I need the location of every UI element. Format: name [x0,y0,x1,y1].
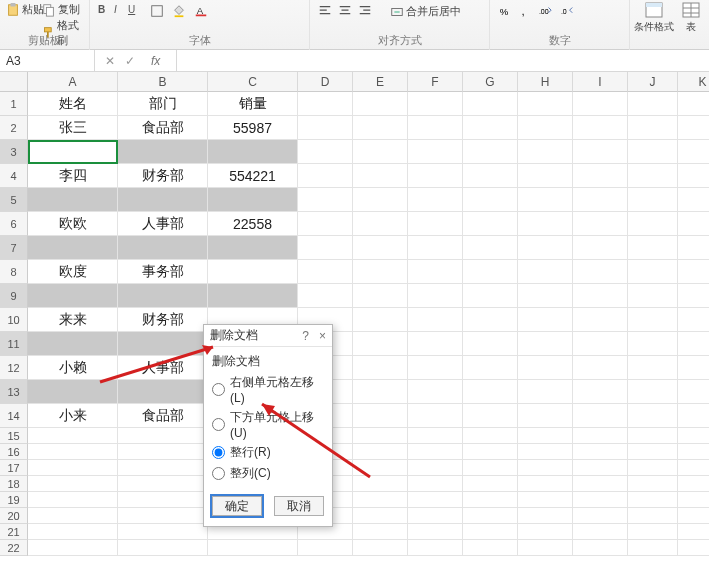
table-format-button[interactable]: 表 [682,2,700,34]
cell-I15[interactable] [573,428,628,444]
cell-K12[interactable] [678,356,709,380]
cell-A5[interactable] [28,188,118,212]
fx-label[interactable]: fx [145,52,166,70]
cell-I17[interactable] [573,460,628,476]
cell-K22[interactable] [678,540,709,556]
cell-F4[interactable] [408,164,463,188]
cell-D2[interactable] [298,116,353,140]
cell-A13[interactable] [28,380,118,404]
cell-F19[interactable] [408,492,463,508]
cell-I2[interactable] [573,116,628,140]
cell-F22[interactable] [408,540,463,556]
cell-A9[interactable] [28,284,118,308]
cell-G4[interactable] [463,164,518,188]
cell-E11[interactable] [353,332,408,356]
cell-J1[interactable] [628,92,678,116]
cell-G22[interactable] [463,540,518,556]
column-header-A[interactable]: A [28,72,118,92]
cell-H14[interactable] [518,404,573,428]
column-header-G[interactable]: G [463,72,518,92]
cell-C1[interactable]: 销量 [208,92,298,116]
cell-K7[interactable] [678,236,709,260]
cell-B18[interactable] [118,476,208,492]
name-box[interactable]: A3 [0,50,95,71]
cell-K10[interactable] [678,308,709,332]
cell-C5[interactable] [208,188,298,212]
cell-E19[interactable] [353,492,408,508]
cell-H9[interactable] [518,284,573,308]
cell-E6[interactable] [353,212,408,236]
row-header-11[interactable]: 11 [0,332,28,356]
cell-I12[interactable] [573,356,628,380]
row-header-10[interactable]: 10 [0,308,28,332]
cell-I1[interactable] [573,92,628,116]
cell-J5[interactable] [628,188,678,212]
cell-E18[interactable] [353,476,408,492]
column-header-F[interactable]: F [408,72,463,92]
cell-D7[interactable] [298,236,353,260]
row-header-7[interactable]: 7 [0,236,28,260]
cell-G18[interactable] [463,476,518,492]
column-header-C[interactable]: C [208,72,298,92]
cell-B11[interactable] [118,332,208,356]
cell-H3[interactable] [518,140,573,164]
cell-F16[interactable] [408,444,463,460]
cell-K8[interactable] [678,260,709,284]
radio-shift-left[interactable] [212,383,225,396]
cell-A22[interactable] [28,540,118,556]
option-shift-left[interactable]: 右侧单元格左移(L) [212,374,324,405]
cell-H1[interactable] [518,92,573,116]
cell-G5[interactable] [463,188,518,212]
cell-B14[interactable]: 食品部 [118,404,208,428]
row-header-14[interactable]: 14 [0,404,28,428]
cell-J8[interactable] [628,260,678,284]
column-header-E[interactable]: E [353,72,408,92]
ok-button[interactable]: 确定 [212,496,262,516]
cell-B6[interactable]: 人事部 [118,212,208,236]
cell-E20[interactable] [353,508,408,524]
cell-G14[interactable] [463,404,518,428]
cell-A7[interactable] [28,236,118,260]
row-header-20[interactable]: 20 [0,508,28,524]
cell-E13[interactable] [353,380,408,404]
merge-center-button[interactable]: 合并后居中 [390,4,461,19]
cell-E1[interactable] [353,92,408,116]
cell-D1[interactable] [298,92,353,116]
cell-K13[interactable] [678,380,709,404]
cell-J9[interactable] [628,284,678,308]
cell-F20[interactable] [408,508,463,524]
cell-F9[interactable] [408,284,463,308]
cell-B10[interactable]: 财务部 [118,308,208,332]
paste-button[interactable]: 粘贴 [6,2,44,17]
row-header-1[interactable]: 1 [0,92,28,116]
cell-J19[interactable] [628,492,678,508]
cell-B16[interactable] [118,444,208,460]
cell-I3[interactable] [573,140,628,164]
cell-I20[interactable] [573,508,628,524]
copy-button[interactable]: 复制 [42,2,80,17]
cell-K3[interactable] [678,140,709,164]
cell-B8[interactable]: 事务部 [118,260,208,284]
cell-I10[interactable] [573,308,628,332]
cell-F13[interactable] [408,380,463,404]
cell-G2[interactable] [463,116,518,140]
cell-H18[interactable] [518,476,573,492]
cell-C8[interactable] [208,260,298,284]
row-header-18[interactable]: 18 [0,476,28,492]
cell-G19[interactable] [463,492,518,508]
cell-B7[interactable] [118,236,208,260]
cell-A6[interactable]: 欧欧 [28,212,118,236]
cell-J6[interactable] [628,212,678,236]
cell-J14[interactable] [628,404,678,428]
cell-F2[interactable] [408,116,463,140]
cell-G1[interactable] [463,92,518,116]
cell-I4[interactable] [573,164,628,188]
cell-A1[interactable]: 姓名 [28,92,118,116]
cell-E10[interactable] [353,308,408,332]
formula-input[interactable] [177,50,709,71]
cell-K2[interactable] [678,116,709,140]
cell-E15[interactable] [353,428,408,444]
cell-I21[interactable] [573,524,628,540]
cell-I5[interactable] [573,188,628,212]
cell-C2[interactable]: 55987 [208,116,298,140]
